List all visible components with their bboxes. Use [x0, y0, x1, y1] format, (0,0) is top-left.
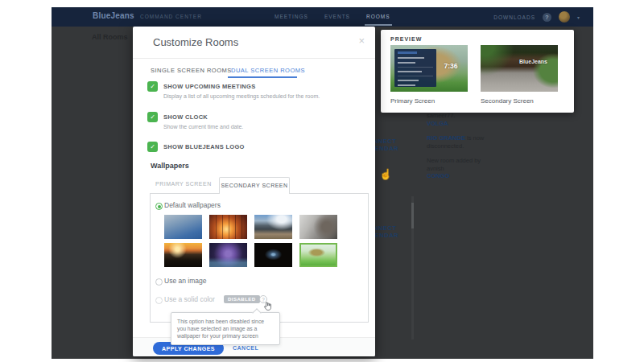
feed-room-volga[interactable]: VOLGA	[427, 120, 484, 128]
preview-clock: 7:36	[444, 62, 458, 70]
feed-added-line: New room added by	[427, 157, 484, 165]
radio-use-an-image[interactable]	[155, 278, 163, 286]
feed-text: is now	[465, 134, 484, 142]
checkbox-show-clock[interactable]: ✓	[147, 112, 158, 122]
nav-item-rooms[interactable]: ROOMS	[366, 7, 390, 27]
preview-title: PREVIEW	[390, 36, 422, 42]
wallpaper-thumbnail-autumn-forest[interactable]	[209, 215, 247, 239]
modal-title: Customize Rooms	[153, 36, 238, 48]
tooltip-line: you have selected an image as a	[177, 325, 274, 332]
nav-item-meetings[interactable]: MEETINGS	[275, 7, 308, 27]
wallpaper-thumbnail-gecko-grass-selected[interactable]	[299, 243, 337, 267]
activity-feed: sameer77. VOLGA RIO GRANDE is now discon…	[427, 112, 484, 180]
tooltip-line: wallpaper for your primary screen	[177, 332, 274, 339]
checkbox-show-bluejeans-logo[interactable]: ✓	[147, 142, 158, 152]
cancel-button[interactable]: CANCEL	[233, 345, 258, 351]
wallpaper-thumbnail-anime-portrait[interactable]	[209, 243, 247, 267]
hand-pointer-icon: ☝	[379, 168, 392, 180]
checkbox-description: Show the current time and date.	[163, 124, 243, 130]
checkbox-description: Display a list of all upcoming meetings …	[163, 93, 320, 99]
screen: BlueJeans COMMAND CENTER MEETINGS EVENTS…	[0, 0, 644, 362]
primary-screen-label: Primary Screen	[390, 97, 435, 105]
tooltip-line: This option has been disabled since	[177, 318, 274, 325]
tab-dual-screen-rooms[interactable]: DUAL SCREEN ROOMS	[231, 67, 305, 74]
disabled-badge: DISABLED	[224, 295, 260, 303]
mouse-cursor-icon	[262, 300, 272, 315]
primary-screen-preview: 7:36	[390, 45, 468, 92]
wallpaper-thumbnail-dark-figure[interactable]	[254, 243, 292, 267]
nav-item-events[interactable]: EVENTS	[324, 7, 350, 27]
downloads-link[interactable]: DOWNLOADS	[493, 14, 535, 20]
tab-secondary-screen[interactable]: SECONDARY SCREEN	[219, 177, 290, 194]
user-avatar[interactable]	[559, 11, 570, 23]
radio-default-wallpapers[interactable]	[155, 203, 163, 210]
active-tab-underline	[228, 76, 297, 78]
feed-user: sameer77.	[427, 112, 484, 120]
tab-single-screen-rooms[interactable]: SINGLE SCREEN ROOMS	[151, 67, 232, 74]
wallpaper-thumbnail-sunset-silhouette[interactable]	[164, 243, 202, 267]
wallpaper-grid	[164, 215, 351, 267]
navbar-right: DOWNLOADS ? ▾	[493, 7, 580, 27]
nav-menu: MEETINGS EVENTS ROOMS	[275, 7, 390, 27]
radio-use-solid-color[interactable]	[155, 297, 163, 304]
divider	[133, 58, 375, 59]
feed-disconnect-line: RIO GRANDE is now	[427, 134, 484, 142]
radio-label-use-image: Use an image	[164, 277, 206, 285]
tab-primary-screen[interactable]: PRIMARY SCREEN	[155, 181, 212, 187]
preview-panel: PREVIEW 7:36 BlueJeans Primary Screen Se…	[381, 30, 574, 113]
close-icon[interactable]: ×	[358, 35, 365, 47]
customize-rooms-modal: Customize Rooms × SINGLE SCREEN ROOMS DU…	[133, 27, 375, 356]
feed-room-congo[interactable]: CONGO	[427, 172, 484, 180]
feed-added-by: avnish	[427, 165, 484, 173]
checkbox-label: SHOW BLUEJEANS LOGO	[163, 143, 245, 150]
wallpapers-heading: Wallpapers	[151, 162, 189, 170]
upcoming-meetings-overlay	[394, 49, 436, 86]
checkbox-label: SHOW CLOCK	[163, 113, 208, 121]
bluejeans-logo: BlueJeans	[93, 11, 134, 20]
checkbox-label: SHOW UPCOMING MEETINGS	[163, 83, 256, 90]
product-name: COMMAND CENTER	[140, 14, 202, 19]
help-icon[interactable]: ?	[543, 13, 551, 22]
bluejeans-watermark: BlueJeans	[519, 59, 547, 64]
feed-disconnect-status: disconnected.	[427, 142, 484, 150]
wallpaper-panel: Default wallpapers Use an image Use a so…	[150, 193, 369, 323]
scrollbar[interactable]	[411, 196, 414, 339]
scrollbar-thumb[interactable]	[411, 203, 414, 228]
wallpaper-thumbnail-mountain-valley[interactable]	[254, 215, 292, 239]
chevron-down-icon[interactable]: ▾	[577, 14, 580, 20]
wallpaper-thumbnail-blue-sky[interactable]	[164, 215, 202, 239]
secondary-screen-preview: BlueJeans	[481, 45, 558, 92]
wallpaper-thumbnail-gray-portrait[interactable]	[299, 215, 337, 239]
radio-label-default: Default wallpapers	[164, 201, 221, 209]
disabled-tooltip: This option has been disabled since you …	[171, 312, 280, 345]
page-title-all-rooms: All Rooms	[92, 33, 128, 41]
checkbox-show-upcoming-meetings[interactable]: ✓	[147, 81, 158, 92]
radio-label-use-solid-color: Use a solid color	[164, 295, 215, 303]
secondary-screen-label: Secondary Screen	[481, 97, 534, 105]
feed-room-rio-grande[interactable]: RIO GRANDE	[427, 134, 465, 142]
top-navbar: BlueJeans COMMAND CENTER MEETINGS EVENTS…	[52, 7, 593, 27]
